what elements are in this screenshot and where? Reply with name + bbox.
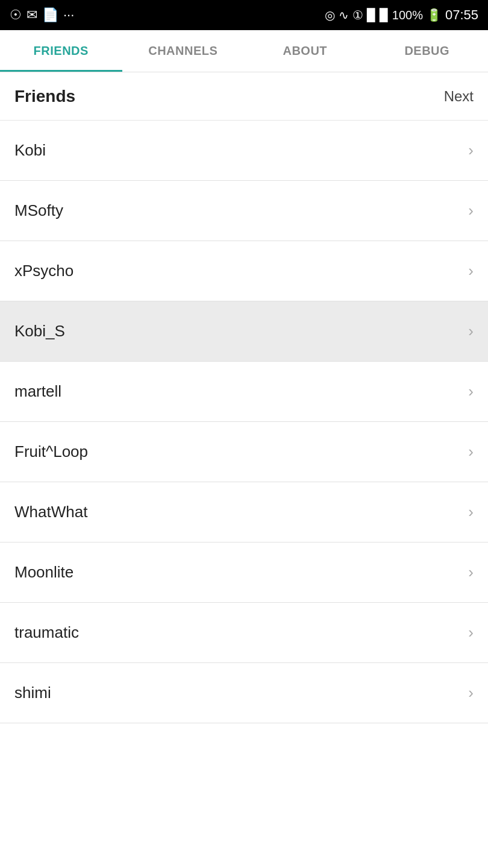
location-icon: ◎ <box>325 8 335 22</box>
friend-name: Fruit^Loop <box>14 442 88 461</box>
list-item[interactable]: Kobi_S› <box>0 301 488 362</box>
more-icon: ··· <box>63 7 74 23</box>
list-item[interactable]: xPsycho› <box>0 241 488 301</box>
friend-name: xPsycho <box>14 262 74 280</box>
friend-name: Moonlite <box>14 563 74 582</box>
chevron-right-icon: › <box>468 141 474 160</box>
chevron-right-icon: › <box>468 442 474 461</box>
battery-icon: 🔋 <box>427 8 442 22</box>
page-header: Friends Next <box>0 72 488 121</box>
friend-name: traumatic <box>14 623 79 642</box>
list-item[interactable]: Kobi› <box>0 121 488 181</box>
gmail-icon: ✉ <box>27 7 37 23</box>
friend-name: WhatWhat <box>14 503 87 521</box>
friend-name: MSofty <box>14 201 63 220</box>
friends-list: Kobi›MSofty›xPsycho›Kobi_S›martell›Fruit… <box>0 121 488 723</box>
whatsapp-icon: ☉ <box>10 7 22 23</box>
tab-friends[interactable]: FRIENDS <box>0 30 122 72</box>
status-time: 07:55 <box>445 7 478 23</box>
chevron-right-icon: › <box>468 503 474 521</box>
chevron-right-icon: › <box>468 382 474 401</box>
chevron-right-icon: › <box>468 322 474 341</box>
status-bar: ☉ ✉ 📄 ··· ◎ ∿ ① ▉ ▉ 100% 🔋 07:55 <box>0 0 488 30</box>
status-icons-left: ☉ ✉ 📄 ··· <box>10 7 74 23</box>
list-item[interactable]: martell› <box>0 362 488 422</box>
tab-about[interactable]: ABOUT <box>244 30 366 72</box>
battery-label: 100% <box>392 8 423 22</box>
sim-icon: ① <box>352 8 363 22</box>
chevron-right-icon: › <box>468 563 474 582</box>
page-title: Friends <box>14 87 75 106</box>
friend-name: shimi <box>14 684 51 702</box>
status-icons-right: ◎ ∿ ① ▉ ▉ 100% 🔋 07:55 <box>325 7 478 23</box>
chevron-right-icon: › <box>468 684 474 702</box>
tab-channels[interactable]: CHANNELS <box>122 30 245 72</box>
list-item[interactable]: traumatic› <box>0 603 488 663</box>
signal2-icon: ▉ <box>380 8 389 22</box>
chevron-right-icon: › <box>468 201 474 220</box>
list-item[interactable]: Fruit^Loop› <box>0 422 488 482</box>
chevron-right-icon: › <box>468 623 474 642</box>
list-item[interactable]: shimi› <box>0 663 488 723</box>
signal-icon: ▉ <box>367 8 376 22</box>
tab-bar: FRIENDS CHANNELS ABOUT DEBUG <box>0 30 488 72</box>
next-button[interactable]: Next <box>444 88 474 105</box>
tab-debug[interactable]: DEBUG <box>366 30 489 72</box>
friend-name: Kobi <box>14 141 46 160</box>
doc-icon: 📄 <box>42 7 58 23</box>
list-item[interactable]: MSofty› <box>0 181 488 241</box>
chevron-right-icon: › <box>468 262 474 280</box>
list-item[interactable]: WhatWhat› <box>0 482 488 542</box>
wifi-icon: ∿ <box>339 8 349 22</box>
list-item[interactable]: Moonlite› <box>0 542 488 603</box>
friend-name: martell <box>14 382 61 401</box>
friend-name: Kobi_S <box>14 322 65 341</box>
